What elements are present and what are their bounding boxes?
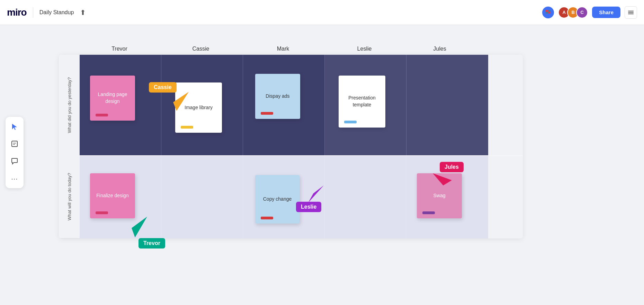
topbar-right: A B C Share — [542, 6, 637, 19]
svg-rect-6 — [628, 12, 634, 13]
trevor-cursor-label: Trevor — [138, 238, 165, 249]
sticky-landing-page[interactable]: Landing page design — [90, 76, 135, 121]
cursor-tool-icon[interactable] — [9, 121, 20, 132]
canvas: Trevor Cassie Mark Leslie Jules What did… — [0, 25, 644, 305]
upload-icon[interactable]: ⬆ — [80, 8, 86, 17]
miro-logo: miro — [7, 7, 27, 18]
cell-jules-yesterday — [406, 55, 488, 155]
board-title[interactable]: Daily Standup — [39, 9, 74, 16]
sticky-tag-display — [261, 112, 273, 115]
sticky-tag-image — [181, 126, 193, 129]
svg-rect-7 — [628, 14, 634, 14]
jules-cursor-arrow — [431, 170, 454, 187]
standup-grid: What did you do yesterday? What will you… — [59, 55, 523, 238]
svg-marker-12 — [173, 92, 189, 111]
sticky-tag-finalize — [96, 211, 108, 214]
sticky-note-tool-icon[interactable] — [9, 138, 20, 149]
share-button[interactable]: Share — [592, 7, 620, 18]
cell-leslie-yesterday: Presentation template — [325, 55, 406, 155]
svg-marker-8 — [12, 124, 17, 130]
menu-icon[interactable] — [625, 6, 637, 19]
presence-flag-icon — [542, 7, 554, 18]
row-labels: What did you do yesterday? What will you… — [59, 55, 80, 238]
leslie-cursor-label: Leslie — [296, 202, 321, 212]
cell-cassie-today — [161, 156, 243, 238]
sticky-display-ads[interactable]: Dispay ads — [255, 74, 300, 119]
col-header-trevor: Trevor — [80, 46, 159, 55]
more-tools-icon[interactable]: ··· — [9, 173, 20, 184]
avatar-3: C — [576, 7, 588, 18]
col-header-leslie: Leslie — [324, 46, 405, 55]
comment-tool-icon[interactable] — [9, 156, 20, 167]
cassie-cursor-label: Cassie — [149, 82, 177, 93]
svg-rect-5 — [628, 11, 634, 11]
cell-trevor-today: Finalize design — [80, 156, 161, 238]
leslie-cursor-arrow — [306, 184, 325, 204]
sticky-finalize-design[interactable]: Finalize design — [90, 173, 135, 218]
avatar-group: A B C — [558, 7, 588, 18]
sticky-tag-landing — [96, 114, 108, 116]
svg-marker-14 — [132, 217, 147, 237]
svg-rect-3 — [546, 12, 548, 14]
sticky-presentation-template[interactable]: Presentation template — [339, 76, 385, 128]
cell-mark-yesterday: Dispay ads — [243, 55, 325, 155]
svg-rect-2 — [548, 10, 551, 12]
cassie-cursor-arrow — [170, 90, 190, 113]
col-header-cassie: Cassie — [159, 46, 242, 55]
sticky-tag-presentation — [344, 121, 357, 123]
col-header-jules: Jules — [405, 46, 474, 55]
svg-marker-15 — [308, 185, 324, 203]
svg-rect-1 — [546, 10, 548, 12]
topbar-divider — [33, 7, 33, 18]
sticky-tag-copy — [261, 217, 273, 219]
jules-cursor-label: Jules — [440, 162, 464, 172]
left-toolbar: ··· — [6, 117, 24, 188]
row-label-yesterday: What did you do yesterday? — [59, 55, 80, 155]
board: Trevor Cassie Mark Leslie Jules What did… — [59, 46, 523, 238]
trevor-cursor-arrow — [130, 215, 149, 239]
row-label-today: What will you do today? — [59, 155, 80, 238]
sticky-copy-change[interactable]: Copy change — [255, 175, 299, 224]
cell-trevor-yesterday: Landing page design — [80, 55, 161, 155]
cell-leslie-today — [325, 156, 406, 238]
topbar: miro Daily Standup ⬆ A B C Share — [0, 0, 644, 25]
svg-rect-4 — [548, 12, 551, 14]
sticky-tag-swag — [422, 211, 435, 214]
row-yesterday: Landing page design Image library — [80, 55, 523, 155]
col-header-mark: Mark — [242, 46, 324, 55]
column-headers: Trevor Cassie Mark Leslie Jules — [80, 46, 523, 55]
svg-rect-9 — [12, 141, 17, 147]
svg-marker-13 — [433, 173, 452, 185]
